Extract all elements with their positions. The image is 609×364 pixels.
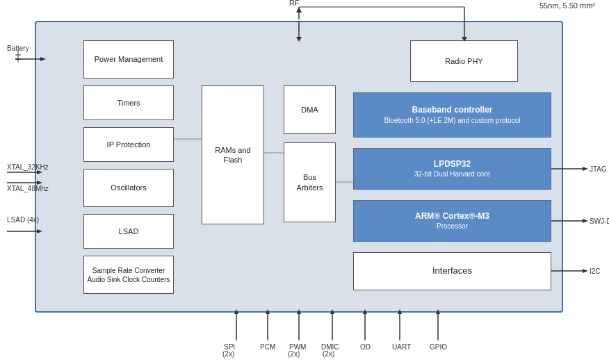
- dma-box: DMA: [284, 85, 336, 134]
- oscillators-box: Oscillators: [83, 169, 174, 207]
- svg-text:DMIC: DMIC: [321, 343, 339, 351]
- arm-cortex-title: ARM® Cortex®-M3: [415, 210, 489, 222]
- interfaces-box: Interfaces: [353, 252, 551, 290]
- arm-cortex-box: ARM® Cortex®-M3 Processor: [353, 200, 551, 242]
- bus-arbiters-box: Bus Arbiters: [284, 142, 336, 222]
- svg-text:Battery: Battery: [7, 44, 29, 52]
- ip-protection-box: IP Protection: [83, 127, 174, 162]
- svg-text:PWM: PWM: [289, 343, 306, 351]
- svg-text:(2x): (2x): [323, 350, 334, 358]
- power-management-box: Power Management: [83, 40, 174, 78]
- svg-text:I2C: I2C: [590, 267, 601, 275]
- rams-flash-box: RAMs and Flash: [202, 85, 264, 224]
- timers-box: Timers: [83, 85, 174, 120]
- svg-marker-1: [296, 7, 302, 13]
- svg-text:UART: UART: [392, 343, 411, 351]
- lpdsp32-title: LPDSP32: [434, 158, 471, 170]
- baseband-sub: Bluetooth 5.0 (+LE 2M) and custom protoc…: [384, 116, 521, 126]
- chip-spec-label: 55nm, 5.50 mm²: [539, 1, 595, 10]
- radio-phy-box: Radio PHY: [410, 40, 518, 82]
- baseband-title: Baseband controller: [412, 104, 492, 116]
- arm-cortex-sub: Processor: [437, 222, 468, 231]
- svg-text:RF: RF: [289, 0, 300, 7]
- svg-text:OD: OD: [360, 343, 371, 351]
- lpdsp32-sub: 32-bit Dual Harvard core: [414, 169, 490, 179]
- lsad-box: LSAD: [83, 214, 174, 249]
- svg-text:(2x): (2x): [288, 350, 300, 358]
- svg-text:JTAG: JTAG: [590, 165, 607, 173]
- svg-marker-27: [583, 219, 588, 223]
- svg-text:SPI: SPI: [224, 343, 235, 351]
- lpdsp32-box: LPDSP32 32-bit Dual Harvard core: [353, 148, 551, 190]
- sample-rate-box: Sample Rate Converter Audio Sink Clock C…: [83, 256, 174, 294]
- baseband-box: Baseband controller Bluetooth 5.0 (+LE 2…: [353, 92, 551, 138]
- svg-text:PCM: PCM: [260, 343, 275, 351]
- svg-marker-24: [583, 167, 588, 171]
- svg-marker-30: [583, 269, 588, 273]
- svg-text:SWJ-DP: SWJ-DP: [590, 217, 609, 225]
- svg-text:GPIO: GPIO: [430, 343, 447, 351]
- svg-text:(2x): (2x): [222, 350, 234, 358]
